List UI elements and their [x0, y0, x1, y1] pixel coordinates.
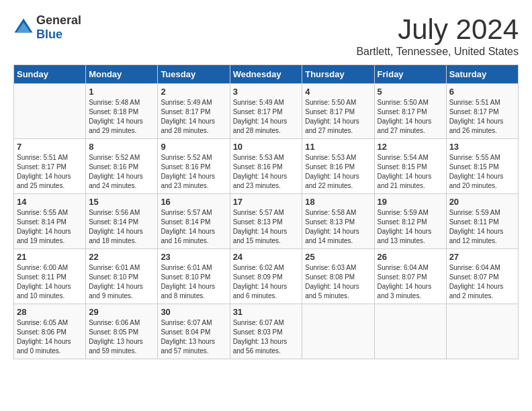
calendar-cell: 9Sunrise: 5:52 AM Sunset: 8:16 PM Daylig…: [158, 139, 230, 194]
calendar-cell: 23Sunrise: 6:01 AM Sunset: 8:10 PM Dayli…: [158, 249, 230, 304]
calendar-cell: 15Sunrise: 5:56 AM Sunset: 8:14 PM Dayli…: [86, 194, 158, 249]
day-number: 4: [305, 87, 371, 97]
day-number: 25: [305, 252, 371, 262]
calendar-cell: 28Sunrise: 6:05 AM Sunset: 8:06 PM Dayli…: [14, 304, 86, 359]
calendar-cell: 12Sunrise: 5:54 AM Sunset: 8:15 PM Dayli…: [374, 139, 446, 194]
logo-blue-text: Blue: [36, 28, 81, 42]
day-number: 26: [378, 252, 443, 262]
calendar-cell: 1Sunrise: 5:48 AM Sunset: 8:18 PM Daylig…: [86, 84, 158, 139]
day-info: Sunrise: 5:49 AM Sunset: 8:17 PM Dayligh…: [233, 98, 300, 136]
day-info: Sunrise: 5:55 AM Sunset: 8:15 PM Dayligh…: [449, 153, 515, 191]
logo-general-text: General: [36, 13, 81, 28]
day-number: 29: [89, 307, 154, 317]
calendar-week-2: 14Sunrise: 5:55 AM Sunset: 8:14 PM Dayli…: [14, 194, 519, 249]
calendar-cell: 11Sunrise: 5:53 AM Sunset: 8:16 PM Dayli…: [302, 139, 374, 194]
calendar-cell: 4Sunrise: 5:50 AM Sunset: 8:17 PM Daylig…: [302, 84, 374, 139]
day-number: 1: [89, 87, 154, 97]
title-block: July 2024 Bartlett, Tennessee, United St…: [356, 13, 519, 58]
day-info: Sunrise: 6:04 AM Sunset: 8:07 PM Dayligh…: [449, 263, 515, 301]
calendar-week-1: 7Sunrise: 5:51 AM Sunset: 8:17 PM Daylig…: [14, 139, 519, 194]
calendar-cell: [374, 304, 446, 359]
day-info: Sunrise: 5:48 AM Sunset: 8:18 PM Dayligh…: [89, 98, 154, 136]
calendar-table: SundayMondayTuesdayWednesdayThursdayFrid…: [13, 64, 519, 359]
calendar-cell: 5Sunrise: 5:50 AM Sunset: 8:17 PM Daylig…: [374, 84, 446, 139]
day-info: Sunrise: 5:54 AM Sunset: 8:15 PM Dayligh…: [378, 153, 443, 191]
calendar-cell: 21Sunrise: 6:00 AM Sunset: 8:11 PM Dayli…: [14, 249, 86, 304]
page-header: General Blue July 2024 Bartlett, Tenness…: [13, 13, 519, 58]
calendar-cell: 13Sunrise: 5:55 AM Sunset: 8:15 PM Dayli…: [446, 139, 518, 194]
day-number: 22: [89, 252, 154, 262]
calendar-cell: 30Sunrise: 6:07 AM Sunset: 8:04 PM Dayli…: [158, 304, 230, 359]
day-number: 30: [161, 307, 226, 317]
day-info: Sunrise: 6:01 AM Sunset: 8:10 PM Dayligh…: [161, 263, 226, 301]
day-number: 5: [378, 87, 443, 97]
day-info: Sunrise: 5:53 AM Sunset: 8:16 PM Dayligh…: [305, 153, 371, 191]
day-number: 6: [449, 87, 515, 97]
day-number: 7: [17, 142, 83, 152]
day-info: Sunrise: 5:59 AM Sunset: 8:11 PM Dayligh…: [449, 208, 515, 246]
day-header-sunday: Sunday: [14, 65, 86, 84]
day-number: 9: [161, 142, 226, 152]
day-info: Sunrise: 6:02 AM Sunset: 8:09 PM Dayligh…: [233, 263, 300, 301]
day-info: Sunrise: 6:05 AM Sunset: 8:06 PM Dayligh…: [17, 318, 83, 356]
calendar-cell: 24Sunrise: 6:02 AM Sunset: 8:09 PM Dayli…: [230, 249, 302, 304]
calendar-cell: 25Sunrise: 6:03 AM Sunset: 8:08 PM Dayli…: [302, 249, 374, 304]
day-number: 11: [305, 142, 371, 152]
calendar-cell: 27Sunrise: 6:04 AM Sunset: 8:07 PM Dayli…: [446, 249, 518, 304]
calendar-cell: 10Sunrise: 5:53 AM Sunset: 8:16 PM Dayli…: [230, 139, 302, 194]
day-info: Sunrise: 6:04 AM Sunset: 8:07 PM Dayligh…: [378, 263, 443, 301]
day-info: Sunrise: 5:51 AM Sunset: 8:17 PM Dayligh…: [449, 98, 515, 136]
day-info: Sunrise: 5:55 AM Sunset: 8:14 PM Dayligh…: [17, 208, 83, 246]
day-number: 3: [233, 87, 300, 97]
calendar-cell: 29Sunrise: 6:06 AM Sunset: 8:05 PM Dayli…: [86, 304, 158, 359]
days-of-week-row: SundayMondayTuesdayWednesdayThursdayFrid…: [14, 65, 519, 84]
day-header-saturday: Saturday: [446, 65, 518, 84]
day-number: 10: [233, 142, 300, 152]
calendar-cell: 14Sunrise: 5:55 AM Sunset: 8:14 PM Dayli…: [14, 194, 86, 249]
calendar-cell: 6Sunrise: 5:51 AM Sunset: 8:17 PM Daylig…: [446, 84, 518, 139]
day-number: 28: [17, 307, 83, 317]
calendar-header: SundayMondayTuesdayWednesdayThursdayFrid…: [14, 65, 519, 84]
day-number: 8: [89, 142, 154, 152]
calendar-cell: 7Sunrise: 5:51 AM Sunset: 8:17 PM Daylig…: [14, 139, 86, 194]
calendar-body: 1Sunrise: 5:48 AM Sunset: 8:18 PM Daylig…: [14, 84, 519, 359]
day-info: Sunrise: 5:51 AM Sunset: 8:17 PM Dayligh…: [17, 153, 83, 191]
day-info: Sunrise: 6:00 AM Sunset: 8:11 PM Dayligh…: [17, 263, 83, 301]
day-header-friday: Friday: [374, 65, 446, 84]
day-number: 17: [233, 197, 300, 207]
calendar-week-3: 21Sunrise: 6:00 AM Sunset: 8:11 PM Dayli…: [14, 249, 519, 304]
calendar-cell: [14, 84, 86, 139]
day-number: 12: [378, 142, 443, 152]
day-number: 19: [378, 197, 443, 207]
day-number: 31: [233, 307, 300, 317]
day-info: Sunrise: 5:50 AM Sunset: 8:17 PM Dayligh…: [305, 98, 371, 136]
calendar-cell: [446, 304, 518, 359]
day-header-tuesday: Tuesday: [158, 65, 230, 84]
logo: General Blue: [13, 13, 81, 42]
calendar-cell: 22Sunrise: 6:01 AM Sunset: 8:10 PM Dayli…: [86, 249, 158, 304]
day-info: Sunrise: 6:07 AM Sunset: 8:04 PM Dayligh…: [161, 318, 226, 356]
day-number: 14: [17, 197, 83, 207]
calendar-cell: 19Sunrise: 5:59 AM Sunset: 8:12 PM Dayli…: [374, 194, 446, 249]
day-header-thursday: Thursday: [302, 65, 374, 84]
day-info: Sunrise: 5:57 AM Sunset: 8:13 PM Dayligh…: [233, 208, 300, 246]
day-info: Sunrise: 6:06 AM Sunset: 8:05 PM Dayligh…: [89, 318, 154, 356]
day-number: 21: [17, 252, 83, 262]
day-header-monday: Monday: [86, 65, 158, 84]
day-info: Sunrise: 5:50 AM Sunset: 8:17 PM Dayligh…: [378, 98, 443, 136]
calendar-cell: 17Sunrise: 5:57 AM Sunset: 8:13 PM Dayli…: [230, 194, 302, 249]
calendar-cell: 18Sunrise: 5:58 AM Sunset: 8:13 PM Dayli…: [302, 194, 374, 249]
location-title: Bartlett, Tennessee, United States: [356, 46, 519, 58]
calendar-cell: [302, 304, 374, 359]
day-info: Sunrise: 5:53 AM Sunset: 8:16 PM Dayligh…: [233, 153, 300, 191]
calendar-cell: 2Sunrise: 5:49 AM Sunset: 8:17 PM Daylig…: [158, 84, 230, 139]
day-info: Sunrise: 5:58 AM Sunset: 8:13 PM Dayligh…: [305, 208, 371, 246]
day-number: 2: [161, 87, 226, 97]
day-info: Sunrise: 5:56 AM Sunset: 8:14 PM Dayligh…: [89, 208, 154, 246]
calendar-cell: 8Sunrise: 5:52 AM Sunset: 8:16 PM Daylig…: [86, 139, 158, 194]
calendar-week-4: 28Sunrise: 6:05 AM Sunset: 8:06 PM Dayli…: [14, 304, 519, 359]
day-number: 13: [449, 142, 515, 152]
day-info: Sunrise: 6:07 AM Sunset: 8:03 PM Dayligh…: [233, 318, 300, 356]
logo-text: General Blue: [36, 13, 81, 42]
logo-icon: [13, 17, 34, 38]
